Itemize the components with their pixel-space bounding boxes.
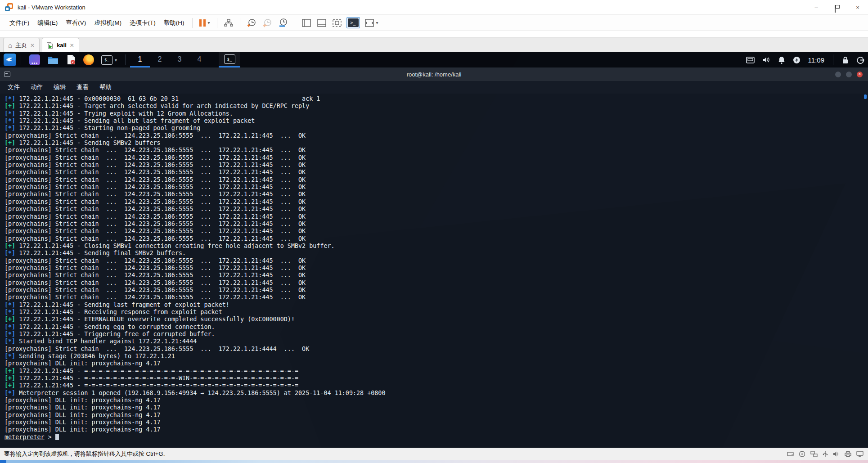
terminal-line: [*] 172.22.1.21:445 - Sending last fragm… — [4, 301, 868, 309]
terminal-menu-item[interactable]: 编辑 — [54, 83, 66, 91]
status-hint: 要将输入定向到该虚拟机，请将鼠标指针移入其中或按 Ctrl+G。 — [0, 450, 169, 458]
terminal-task-icon: $_ — [224, 54, 235, 64]
menu-item[interactable]: 虚拟机(M) — [90, 19, 126, 27]
terminal-line: [+] 172.22.1.21:445 - Target arch select… — [4, 103, 868, 110]
chevron-down-icon[interactable]: ▾ — [115, 58, 117, 63]
close-tab-icon[interactable]: ✕ — [70, 42, 74, 49]
send-ctrl-alt-del-button[interactable] — [221, 17, 236, 29]
workspace-button[interactable]: 4 — [189, 52, 209, 67]
terminal-line: [*] Meterpreter session 1 opened (192.16… — [4, 390, 868, 397]
maximize-button[interactable] — [827, 0, 847, 14]
terminal-line: [proxychains] Strict chain ... 124.223.2… — [4, 206, 868, 213]
cdrom-icon[interactable] — [799, 451, 805, 457]
terminal-line: [+] 172.22.1.21:445 - Closing SMBv1 conn… — [4, 243, 868, 250]
terminal-line: [proxychains] Strict chain ... 124.223.2… — [4, 294, 868, 301]
revert-snapshot-button[interactable] — [260, 17, 275, 29]
workspace-button[interactable]: 2 — [150, 52, 170, 67]
display-icon[interactable] — [746, 57, 755, 63]
workspace-button[interactable]: 1 — [130, 52, 150, 67]
terminal-line: [proxychains] DLL init: proxychains-ng 4… — [4, 404, 868, 411]
text-editor-launcher[interactable] — [66, 54, 76, 65]
take-snapshot-button[interactable] — [244, 17, 260, 29]
menu-item[interactable]: 选项卡(T) — [126, 19, 160, 27]
fullscreen-button[interactable]: ▾ — [362, 17, 382, 29]
power-manager-icon[interactable] — [793, 56, 801, 64]
firefox-launcher[interactable] — [83, 54, 94, 65]
lock-icon[interactable] — [842, 56, 849, 64]
terminal-menu-item[interactable]: 查看 — [76, 83, 89, 91]
terminal-content[interactable]: [*] 172.22.1.21:445 - 0x00000030 61 63 6… — [0, 94, 868, 448]
printer-icon[interactable] — [845, 451, 851, 457]
terminal-titlebar[interactable]: root@kali: /home/kali — [0, 67, 868, 81]
terminal-line: [proxychains] Strict chain ... 124.223.2… — [4, 184, 868, 191]
terminal-line: [*] Sending stage (203846 bytes) to 172.… — [4, 353, 868, 360]
kali-dragon-icon — [5, 56, 14, 63]
tabstrip: ⌂ 主页 ✕ kali ✕ — [0, 37, 868, 52]
network-adapter-icon[interactable] — [810, 451, 818, 457]
hard-disk-icon[interactable] — [787, 451, 794, 457]
terminal-window-button[interactable]: $_ — [219, 52, 240, 67]
close-button[interactable]: × — [847, 0, 868, 14]
menu-item[interactable]: 帮助(H) — [160, 19, 189, 27]
kali-menu-button[interactable] — [4, 54, 16, 66]
minimize-button[interactable]: – — [806, 0, 827, 14]
workspace-button[interactable]: 3 — [170, 52, 189, 67]
chevron-down-icon[interactable]: ▾ — [376, 20, 378, 25]
kali-desktop: ••• $_ ▾ — [0, 52, 868, 448]
terminal-line: meterpreter > — [4, 434, 868, 441]
library-panel-toggle[interactable] — [299, 17, 314, 29]
thumbnail-bar-toggle[interactable] — [314, 17, 329, 29]
host-taskbar[interactable] — [0, 460, 868, 463]
file-manager-launcher[interactable] — [47, 55, 59, 65]
home-icon: ⌂ — [8, 41, 12, 49]
terminal-title: root@kali: /home/kali — [0, 71, 868, 78]
thumbnail-bar-toggle-icon — [317, 19, 326, 27]
menu-item[interactable]: 编辑(E) — [33, 19, 62, 27]
manage-snapshots-button[interactable] — [275, 17, 291, 29]
logout-icon[interactable] — [856, 56, 864, 64]
menu-item[interactable]: 文件(F) — [5, 19, 33, 27]
tab-home[interactable]: ⌂ 主页 ✕ — [3, 38, 40, 52]
terminal-line: [proxychains] Strict chain ... 124.223.2… — [4, 272, 868, 279]
terminal-line: [proxychains] Strict chain ... 124.223.2… — [4, 169, 868, 176]
close-tab-icon[interactable]: ✕ — [30, 42, 35, 49]
revert-snapshot-icon — [263, 18, 272, 27]
terminal-launcher[interactable]: $_ ▾ — [101, 55, 117, 65]
console-view-button[interactable]: >_ — [346, 17, 360, 28]
panel-clock[interactable]: 11:09 — [808, 56, 824, 64]
terminal-menu-item[interactable]: 动作 — [31, 83, 43, 91]
terminal-minimize-button[interactable] — [835, 72, 841, 77]
vmware-statusbar: 要将输入定向到该虚拟机，请将鼠标指针移入其中或按 Ctrl+G。 — [0, 448, 868, 460]
terminal-line: [proxychains] Strict chain ... 124.223.2… — [4, 265, 868, 272]
terminal-scrollbar-thumb[interactable] — [864, 94, 867, 99]
terminal-line: [proxychains] Strict chain ... 124.223.2… — [4, 176, 868, 184]
notification-bell-icon[interactable] — [778, 56, 785, 64]
vm-running-icon — [47, 42, 54, 49]
terminal-close-button[interactable] — [857, 72, 863, 77]
terminal-line: [proxychains] Strict chain ... 124.223.2… — [4, 162, 868, 169]
terminal-menu-item[interactable]: 文件 — [8, 83, 20, 91]
terminal-line: [*] 172.22.1.21:445 - Sending all but la… — [4, 117, 868, 125]
tab-kali[interactable]: kali ✕ — [42, 38, 79, 52]
terminal-window: root@kali: /home/kali 文件动作编辑查看帮助 [*] 172… — [0, 67, 868, 448]
vmware-logo-icon — [5, 3, 13, 11]
display-icon[interactable] — [856, 451, 864, 457]
chevron-down-icon[interactable]: ▾ — [208, 20, 210, 25]
usb-icon[interactable] — [823, 451, 828, 458]
workspace-switcher: 1234 — [130, 52, 209, 67]
fullscreen-icon — [365, 19, 374, 27]
manage-snapshots-icon — [279, 18, 288, 27]
appfinder-launcher[interactable]: ••• — [29, 54, 40, 65]
window-title: kali - VMware Workstation — [18, 4, 85, 11]
terminal-menu-item[interactable]: 帮助 — [99, 83, 112, 91]
sound-icon[interactable] — [833, 451, 840, 457]
fit-guest-icon — [333, 19, 342, 27]
volume-icon[interactable] — [762, 56, 770, 63]
menu-item[interactable]: 查看(V) — [62, 19, 90, 27]
pause-icon — [199, 19, 206, 27]
terminal-line: [proxychains] DLL init: proxychains-ng 4… — [4, 426, 868, 433]
pause-button[interactable]: ▾ — [196, 17, 213, 29]
fit-guest-toggle[interactable] — [329, 17, 345, 29]
terminal-maximize-button[interactable] — [846, 72, 852, 77]
vmware-menubar: 文件(F)编辑(E)查看(V)虚拟机(M)选项卡(T)帮助(H) ▾ — [0, 15, 868, 31]
